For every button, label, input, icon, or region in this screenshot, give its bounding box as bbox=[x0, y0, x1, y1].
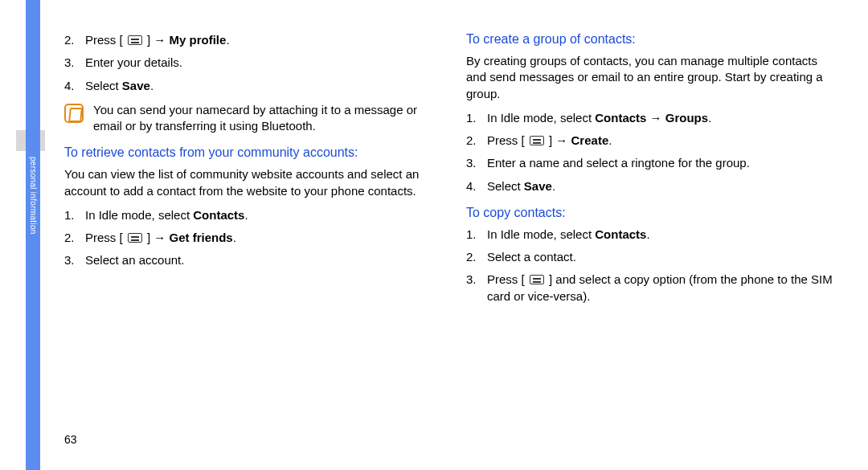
text-fragment: Select bbox=[487, 179, 524, 193]
bold-text: Create bbox=[571, 133, 609, 147]
text-fragment: . bbox=[608, 133, 612, 147]
text-fragment: . bbox=[150, 79, 154, 92]
step-number: 2. bbox=[466, 133, 487, 149]
page-number: 63 bbox=[64, 433, 77, 446]
step-text: Select Save. bbox=[85, 78, 434, 94]
note-text: You can send your namecard by attaching … bbox=[93, 102, 434, 135]
content-columns: 2. Press [ ] → My profile. 3. Enter your… bbox=[64, 32, 844, 313]
step-number: 2. bbox=[466, 249, 487, 265]
menu-icon bbox=[128, 233, 142, 243]
step-text: Enter a name and select a ringtone for t… bbox=[487, 155, 836, 171]
step-item: 1. In Idle mode, select Contacts. bbox=[466, 227, 836, 243]
step-number: 4. bbox=[64, 78, 85, 94]
step-text: Press [ ] → Create. bbox=[487, 133, 836, 149]
step-number: 1. bbox=[466, 110, 487, 126]
sidebar-section-label: personal information bbox=[26, 157, 40, 301]
text-fragment: . bbox=[708, 111, 711, 125]
step-number: 1. bbox=[64, 207, 85, 223]
step-text: Press [ ] and select a copy option (from… bbox=[487, 272, 836, 304]
step-text: Press [ ] → Get friends. bbox=[85, 230, 434, 246]
bold-text: Contacts bbox=[193, 208, 244, 222]
column-right: To create a group of contacts: By creati… bbox=[466, 32, 836, 313]
step-text: Select an account. bbox=[85, 252, 434, 268]
bold-text: Save bbox=[524, 179, 552, 193]
text-fragment: . bbox=[646, 227, 649, 241]
step-text: Select a contact. bbox=[487, 249, 836, 265]
heading-copy-contacts: To copy contacts: bbox=[466, 206, 836, 220]
step-text: In Idle mode, select Contacts → Groups. bbox=[487, 110, 836, 126]
step-item: 4. Select Save. bbox=[64, 78, 434, 94]
bold-text: Groups bbox=[665, 111, 708, 125]
text-fragment: In Idle mode, select bbox=[85, 208, 193, 222]
step-item: 1. In Idle mode, select Contacts → Group… bbox=[466, 110, 836, 126]
step-item: 1. In Idle mode, select Contacts. bbox=[64, 207, 434, 223]
note-block: You can send your namecard by attaching … bbox=[64, 102, 434, 135]
step-text: Enter your details. bbox=[85, 55, 434, 71]
step-number: 1. bbox=[466, 227, 487, 243]
menu-icon bbox=[128, 35, 142, 45]
steps-retrieve-community: 1. In Idle mode, select Contacts. 2. Pre… bbox=[64, 207, 434, 269]
bold-text: Get friends bbox=[170, 231, 233, 244]
text-fragment: → bbox=[646, 111, 665, 125]
text-fragment: . bbox=[552, 179, 555, 193]
text-fragment: ] → bbox=[546, 133, 571, 147]
step-item: 3. Select an account. bbox=[64, 252, 434, 268]
step-number: 2. bbox=[64, 32, 85, 48]
step-item: 3. Enter a name and select a ringtone fo… bbox=[466, 155, 836, 171]
text-fragment: . bbox=[244, 208, 248, 222]
step-number: 3. bbox=[466, 155, 487, 171]
paragraph: By creating groups of contacts, you can … bbox=[466, 53, 836, 102]
step-number: 3. bbox=[64, 252, 85, 268]
menu-icon bbox=[530, 136, 544, 145]
step-number: 4. bbox=[466, 178, 487, 194]
text-fragment: In Idle mode, select bbox=[487, 111, 595, 125]
step-number: 3. bbox=[64, 55, 85, 71]
text-fragment: ] → bbox=[144, 33, 170, 47]
step-item: 3. Press [ ] and select a copy option (f… bbox=[466, 272, 836, 304]
text-fragment: Press [ bbox=[487, 133, 528, 147]
step-text: In Idle mode, select Contacts. bbox=[85, 207, 434, 223]
heading-create-group: To create a group of contacts: bbox=[466, 32, 836, 47]
step-number: 3. bbox=[466, 272, 487, 288]
bold-text: My profile bbox=[170, 33, 227, 47]
bold-text: Contacts bbox=[595, 227, 646, 241]
step-item: 4. Select Save. bbox=[466, 178, 836, 194]
step-text: Press [ ] → My profile. bbox=[85, 32, 434, 48]
step-item: 2. Select a contact. bbox=[466, 249, 836, 265]
note-icon bbox=[64, 104, 84, 123]
text-fragment: . bbox=[233, 231, 236, 244]
steps-create-group: 1. In Idle mode, select Contacts → Group… bbox=[466, 110, 836, 194]
step-text: In Idle mode, select Contacts. bbox=[487, 227, 836, 243]
step-text: Select Save. bbox=[487, 178, 836, 194]
steps-copy-contacts: 1. In Idle mode, select Contacts. 2. Sel… bbox=[466, 227, 836, 304]
step-number: 2. bbox=[64, 230, 85, 246]
text-fragment: In Idle mode, select bbox=[487, 227, 595, 241]
column-left: 2. Press [ ] → My profile. 3. Enter your… bbox=[64, 32, 434, 313]
step-item: 2. Press [ ] → Get friends. bbox=[64, 230, 434, 246]
text-fragment: Press [ bbox=[85, 33, 126, 47]
heading-retrieve-community: To retrieve contacts from your community… bbox=[64, 145, 434, 160]
bold-text: Save bbox=[122, 79, 150, 92]
steps-my-profile: 2. Press [ ] → My profile. 3. Enter your… bbox=[64, 32, 434, 94]
step-item: 3. Enter your details. bbox=[64, 55, 434, 71]
bold-text: Contacts bbox=[595, 111, 646, 125]
menu-icon bbox=[530, 275, 544, 284]
text-fragment: Press [ bbox=[487, 272, 528, 286]
text-fragment: ] → bbox=[144, 231, 170, 244]
text-fragment: Select bbox=[85, 79, 122, 92]
text-fragment: Press [ bbox=[85, 231, 126, 244]
step-item: 2. Press [ ] → Create. bbox=[466, 133, 836, 149]
step-item: 2. Press [ ] → My profile. bbox=[64, 32, 434, 48]
paragraph: You can view the list of community websi… bbox=[64, 166, 434, 199]
text-fragment: . bbox=[226, 33, 229, 47]
